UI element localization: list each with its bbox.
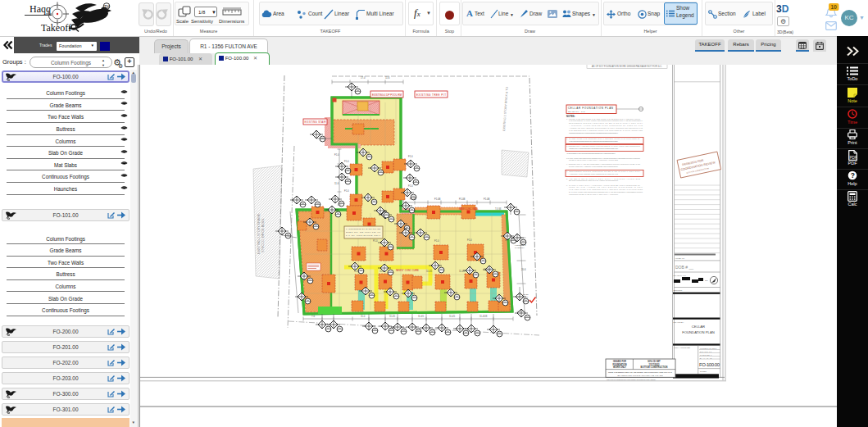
svg-text:PROJECT No 2203: PROJECT No 2203 [700, 348, 717, 349]
svg-text:5. CARLIN ASSOCIATES CONSULTI: 5. CARLIN ASSOCIATES CONSULTING GEOTECHN… [566, 157, 641, 159]
svg-text:TO BEAR ON NATURAL SOIL WITH A: TO BEAR ON NATURAL SOIL WITH A MINIMUM A… [569, 159, 619, 161]
svg-text:CARLIN ASSOCIATES CONSULTING G: CARLIN ASSOCIATES CONSULTING GEOTECHNICA… [569, 140, 619, 142]
svg-text:Haqq: Haqq [30, 3, 51, 15]
svg-text:11-6: 11-6 [334, 182, 339, 185]
svg-text:CELLAR: CELLAR [692, 325, 705, 329]
svg-text:BOTTOM CONSTRUCTION: BOTTOM CONSTRUCTION [641, 366, 668, 369]
svg-text:T.O.W.: T.O.W. [495, 207, 502, 211]
svg-text:11/17/2023: 11/17/2023 [649, 363, 660, 366]
svg-text:FOUNDATION PLAN: FOUNDATION PLAN [682, 330, 714, 334]
svg-text:8. TO BEAR ON NATURAL SOIL WI: 8. TO BEAR ON NATURAL SOIL WITH A MINIMU… [566, 178, 641, 179]
svg-text:CELLAR FOUNDATION PLAN: CELLAR FOUNDATION PLAN [568, 107, 613, 110]
svg-text:EXISTING 4 DP POOL RM: EXISTING 4 DP POOL RM [372, 93, 402, 97]
svg-text:ARCH APPROVED: ARCH APPROVED [674, 347, 691, 349]
svg-text:F1.0: F1.0 [344, 189, 349, 193]
svg-text:11-45: 11-45 [449, 315, 455, 318]
svg-text:ALT/SBA No: ALT/SBA No [675, 257, 685, 259]
svg-text:ABV AT TOW: ABV AT TOW [516, 296, 529, 298]
svg-text:F1.0: F1.0 [408, 155, 413, 158]
svg-text:EXISTING TREE PIT: EXISTING TREE PIT [416, 93, 446, 97]
svg-text:AS OF 8/17 FOUNDATION WORK DES: AS OF 8/17 FOUNDATION WORK DESIGN PACKAG… [592, 65, 662, 68]
svg-text:10: 10 [831, 4, 838, 10]
svg-text:A MINIMUM ALLOWABLE BEARING PR: A MINIMUM ALLOWABLE BEARING PRESSURE OF … [569, 125, 643, 126]
svg-text:11-45: 11-45 [389, 315, 395, 318]
svg-text:2. BASED UPON THE GEOTECHNICA: 2. BASED UPON THE GEOTECHNICAL REPORT US… [566, 138, 641, 139]
svg-text:90% CD SET: 90% CD SET [648, 360, 661, 363]
svg-text:PDF: PDF [850, 156, 857, 160]
svg-text:?: ? [851, 171, 855, 179]
svg-text:SCALE 1/4=1-0: SCALE 1/4=1-0 [674, 275, 687, 276]
svg-text:NEW 6" CONC CURB: NEW 6" CONC CURB [396, 269, 419, 272]
svg-text:BC SECTION 1603 EARTHQUAKE LOA: BC SECTION 1603 EARTHQUAKE LOADS [618, 375, 663, 376]
svg-text:ISSUED FOR: ISSUED FOR [613, 360, 626, 363]
svg-text:11-45/8: 11-45/8 [479, 315, 488, 318]
svg-text:TONS OF THE ALTERNATE SOIL BOR: TONS OF THE ALTERNATE SOIL BORING DISCLO… [569, 186, 643, 188]
svg-text:CONSULTING GEOTECHNICAL AND EN: CONSULTING GEOTECHNICAL AND ENVIRONMENTA… [569, 132, 618, 134]
svg-text:11-45: 11-45 [459, 270, 465, 273]
svg-text:1. CONCRETE SLAB ON GRADE: 1. CONCRETE SLAB ON GRADE [346, 228, 380, 230]
svg-text:TM: TM [104, 4, 110, 9]
svg-text:7. ENGINEERS SPRING FOOTINGS: 7. ENGINEERS SPRING FOOTINGS TO BEAR ON … [566, 170, 640, 172]
svg-text:F1.0: F1.0 [373, 239, 378, 243]
svg-text:9. NATURAL SOIL WITH A MINIMU: 9. NATURAL SOIL WITH A MINIMUM ALLOWABLE… [566, 184, 641, 186]
svg-text:FOUNDATION: FOUNDATION [612, 363, 626, 366]
svg-text:F1.0B: F1.0B [484, 198, 490, 201]
svg-text:4. THE PROVIDED BY CARLIN ASS: 4. THE PROVIDED BY CARLIN ASSOCIATES CON… [566, 152, 616, 154]
svg-text:CHECKED J: CHECKED J [700, 354, 711, 356]
svg-text:11-6: 11-6 [385, 76, 390, 79]
svg-text:F1.0: F1.0 [467, 238, 472, 242]
svg-text:DRAWN KT: DRAWN KT [700, 351, 712, 352]
svg-text:11-0: 11-0 [354, 270, 359, 273]
svg-text:DOB # __: DOB # __ [675, 265, 693, 270]
svg-text:NATURAL SOIL WITH A MINIMUM AL: NATURAL SOIL WITH A MINIMUM ALLOWABLE BE… [569, 166, 619, 167]
svg-text:11-45: 11-45 [426, 270, 432, 273]
svg-text:Takeoff: Takeoff [41, 22, 71, 34]
svg-text:6. GEOTECHNICAL AND ENVIRONME: 6. GEOTECHNICAL AND ENVIRONMENTAL ENGINE… [566, 163, 640, 165]
svg-text:F1.0: F1.0 [408, 184, 413, 188]
svg-text:3. GEOTECHNICAL REPORT USING: 3. GEOTECHNICAL REPORT USING THE PROVIDE… [566, 145, 640, 147]
svg-text:P.T OF UNDISTURB SOIL: P.T OF UNDISTURB SOIL [346, 234, 381, 237]
svg-text:STUCCO. BRICK BLDG.: STUCCO. BRICK BLDG. [261, 218, 265, 252]
svg-text:NEW CONC WALL: NEW CONC WALL [459, 207, 479, 211]
svg-text:THE PROVIDED BY CARLIN ASSOCIA: THE PROVIDED BY CARLIN ASSOCIATES CONSUL… [569, 120, 643, 121]
svg-text:17-0: 17-0 [361, 76, 366, 79]
svg-text:11-0: 11-0 [379, 270, 384, 273]
svg-text:F1.0B: F1.0B [434, 198, 441, 201]
svg-text:11-45/8: 11-45/8 [484, 268, 492, 271]
svg-text:WORK ONLY: WORK ONLY [613, 366, 626, 369]
svg-text:GEOTECHNICAL AND ENVIRONMENTAL: GEOTECHNICAL AND ENVIRONMENTAL ENGINEERS… [569, 148, 618, 149]
svg-text:IS BASED UPON THE GEOTECHNICAL: IS BASED UPON THE GEOTECHNICAL REPORT US… [569, 189, 643, 190]
svg-text:FOOTINGS TO BEAR ON NATURAL SO: FOOTINGS TO BEAR ON NATURAL SOIL WITH A … [569, 193, 618, 195]
svg-text:A MINIMUM ALLOWABLE BEARING PR: A MINIMUM ALLOWABLE BEARING PRESSURE OF … [569, 173, 619, 175]
svg-text:SHEET: SHEET [700, 370, 707, 373]
svg-text:F1.0B: F1.0B [410, 198, 416, 201]
svg-text:DRAWN BY: DRAWN BY [674, 321, 684, 324]
svg-text:20-6: 20-6 [521, 268, 526, 271]
svg-text:SCALE: 1/4" = 1'-0": SCALE: 1/4" = 1'-0" [568, 111, 585, 113]
svg-text:F1.0: F1.0 [334, 153, 339, 157]
svg-text:EXISTING 2 STORY FRAME.: EXISTING 2 STORY FRAME. [257, 213, 261, 254]
svg-text:7-6: 7-6 [311, 315, 315, 318]
svg-text:ENGINEERS SPRING FOOTINGS TO B: ENGINEERS SPRING FOOTINGS TO BEAR ON NAT… [569, 122, 643, 124]
svg-text:FO-100.00: FO-100.00 [699, 362, 720, 367]
svg-text:THE GEOTECHNICAL REPORT USING: THE GEOTECHNICAL REPORT USING THE PROVID… [569, 129, 643, 131]
svg-text:F1.0B: F1.0B [459, 198, 466, 201]
svg-text:BY CARLIN ASSOCIATES CONSULTIN: BY CARLIN ASSOCIATES CONSULTING GEOTECHN… [569, 191, 643, 193]
svg-text:EXISTING STAIR: EXISTING STAIR [305, 120, 326, 124]
svg-text:⚙: ⚙ [118, 63, 123, 68]
svg-text:ALTERNATE SOIL BORING DISCLOSE: ALTERNATE SOIL BORING DISCLOSED IN SOIL … [569, 127, 643, 129]
svg-text:F1.0: F1.0 [344, 160, 349, 163]
svg-text:SPEC GC. NO 8000 PSI FT: SPEC GC. NO 8000 PSI FT [346, 231, 381, 234]
svg-text:F1.0: F1.0 [434, 239, 439, 243]
svg-text:11-45: 11-45 [418, 315, 424, 318]
svg-text:MASONRY: MASONRY [515, 247, 525, 249]
svg-text:SECTION: SECTION [674, 289, 683, 292]
svg-text:1. FOUNDATION DESIGNED IS BAS: 1. FOUNDATION DESIGNED IS BASED UPON THE… [566, 118, 640, 120]
svg-text:11-0: 11-0 [361, 315, 366, 318]
svg-text:BEARING PRESSURE OF TONS OF TH: BEARING PRESSURE OF TONS OF THE ALTERNAT… [569, 179, 618, 181]
svg-text:COPYRIGHT THE DESIGN DRAWING N: COPYRIGHT THE DESIGN DRAWING NOTED AND S… [607, 379, 657, 380]
